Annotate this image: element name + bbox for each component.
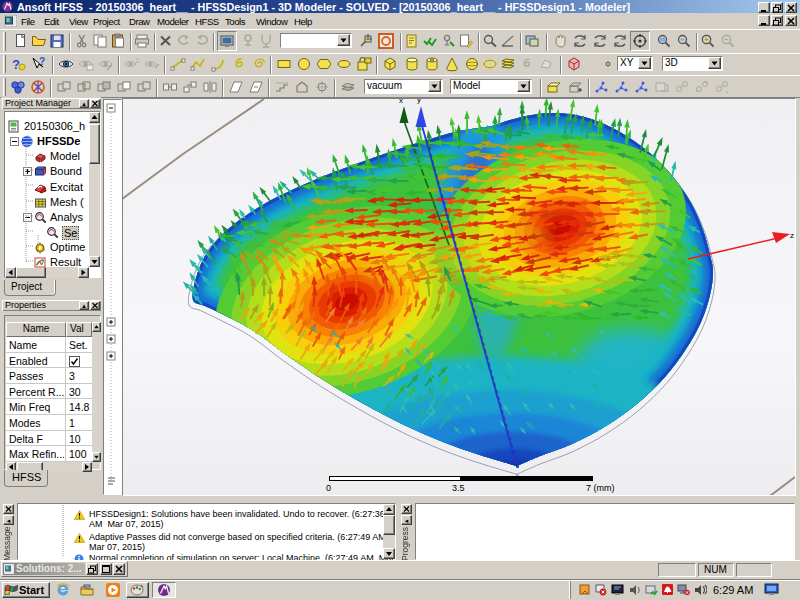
svg-text:?: ?: [12, 57, 20, 72]
svg-text:z: z: [790, 231, 794, 240]
svg-text:x: x: [399, 99, 403, 105]
svg-text:y: y: [417, 99, 421, 104]
svg-text:?: ?: [39, 56, 45, 67]
